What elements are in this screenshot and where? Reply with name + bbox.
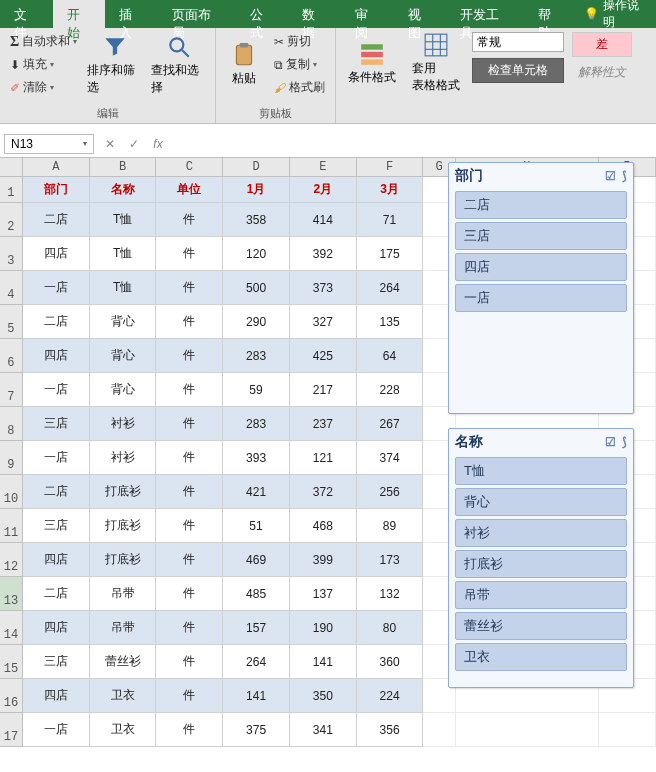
table-cell[interactable]: 四店	[23, 611, 90, 645]
confirm-formula-button[interactable]: ✓	[122, 137, 146, 151]
cut-button[interactable]: ✂剪切	[272, 32, 327, 51]
slicer-item[interactable]: 四店	[455, 253, 627, 281]
tab-file[interactable]: 文件	[0, 0, 53, 28]
table-cell[interactable]: 一店	[23, 373, 90, 407]
slicer-department[interactable]: 部门 ☑ ⟆ 二店三店四店一店	[448, 162, 634, 414]
col-header-C[interactable]: C	[156, 158, 223, 176]
table-cell[interactable]: 341	[290, 713, 357, 747]
table-cell[interactable]: 吊带	[90, 577, 157, 611]
number-format-dropdown[interactable]	[472, 32, 564, 52]
col-header-A[interactable]: A	[23, 158, 90, 176]
table-cell[interactable]: 件	[156, 645, 223, 679]
table-cell[interactable]: 件	[156, 713, 223, 747]
table-cell[interactable]: 71	[357, 203, 424, 237]
slicer-item[interactable]: 二店	[455, 191, 627, 219]
table-cell[interactable]: 485	[223, 577, 290, 611]
table-cell[interactable]: 372	[290, 475, 357, 509]
table-cell[interactable]: 89	[357, 509, 424, 543]
table-cell[interactable]: T恤	[90, 237, 157, 271]
select-all-corner[interactable]	[0, 158, 23, 176]
table-cell[interactable]: 80	[357, 611, 424, 645]
table-cell[interactable]: 414	[290, 203, 357, 237]
table-cell[interactable]: 373	[290, 271, 357, 305]
formula-input[interactable]	[170, 134, 656, 154]
style-check-cell[interactable]: 检查单元格	[472, 58, 564, 83]
clear-filter-icon[interactable]: ⟆	[622, 169, 627, 183]
table-cell[interactable]: 件	[156, 305, 223, 339]
row-header[interactable]: 16	[0, 679, 23, 713]
table-cell[interactable]: T恤	[90, 203, 157, 237]
table-cell[interactable]: 135	[357, 305, 424, 339]
table-cell[interactable]: 173	[357, 543, 424, 577]
table-cell[interactable]: 四店	[23, 237, 90, 271]
row-header[interactable]: 9	[0, 441, 23, 475]
row-header[interactable]: 2	[0, 203, 23, 237]
table-cell[interactable]: 打底衫	[90, 543, 157, 577]
table-cell[interactable]: 190	[290, 611, 357, 645]
row-header[interactable]: 14	[0, 611, 23, 645]
table-cell[interactable]: 打底衫	[90, 509, 157, 543]
table-cell[interactable]: 卫衣	[90, 679, 157, 713]
row-header[interactable]: 12	[0, 543, 23, 577]
table-cell[interactable]: 374	[357, 441, 424, 475]
conditional-format-button[interactable]: 条件格式	[344, 32, 400, 94]
table-cell[interactable]: 背心	[90, 339, 157, 373]
col-header-D[interactable]: D	[223, 158, 290, 176]
table-cell[interactable]: 132	[357, 577, 424, 611]
copy-button[interactable]: ⧉复制▾	[272, 55, 327, 74]
table-cell[interactable]: 件	[156, 373, 223, 407]
multiselect-icon[interactable]: ☑	[605, 169, 616, 183]
multiselect-icon[interactable]: ☑	[605, 435, 616, 449]
clear-button[interactable]: ✐清除▾	[8, 78, 79, 97]
table-cell[interactable]: 四店	[23, 339, 90, 373]
table-cell[interactable]: 一店	[23, 713, 90, 747]
table-cell[interactable]: 三店	[23, 407, 90, 441]
row-header[interactable]: 7	[0, 373, 23, 407]
table-cell[interactable]: 137	[290, 577, 357, 611]
empty-cell[interactable]	[599, 713, 656, 747]
row-header[interactable]: 10	[0, 475, 23, 509]
table-cell[interactable]: 件	[156, 407, 223, 441]
table-cell[interactable]: 468	[290, 509, 357, 543]
table-cell[interactable]: 件	[156, 271, 223, 305]
row-header[interactable]: 15	[0, 645, 23, 679]
col-header-B[interactable]: B	[90, 158, 157, 176]
table-cell[interactable]: 256	[357, 475, 424, 509]
table-cell[interactable]: 三店	[23, 645, 90, 679]
table-cell[interactable]: 一店	[23, 271, 90, 305]
tab-data[interactable]: 数据	[288, 0, 341, 28]
table-cell[interactable]: 1月	[223, 177, 290, 203]
table-cell[interactable]: 衬衫	[90, 407, 157, 441]
slicer-item[interactable]: 一店	[455, 284, 627, 312]
table-cell[interactable]: 375	[223, 713, 290, 747]
tab-developer[interactable]: 开发工具	[446, 0, 523, 28]
table-cell[interactable]: 打底衫	[90, 475, 157, 509]
format-painter-button[interactable]: 🖌格式刷	[272, 78, 327, 97]
paste-button[interactable]: 粘贴	[224, 32, 264, 97]
row-header[interactable]: 1	[0, 177, 23, 203]
table-cell[interactable]: 蕾丝衫	[90, 645, 157, 679]
style-explanatory[interactable]: 解释性文	[572, 61, 632, 84]
slicer-item[interactable]: 蕾丝衫	[455, 612, 627, 640]
table-cell[interactable]: 件	[156, 441, 223, 475]
table-cell[interactable]: 背心	[90, 373, 157, 407]
cancel-formula-button[interactable]: ✕	[98, 137, 122, 151]
table-cell[interactable]: 二店	[23, 475, 90, 509]
table-cell[interactable]: 356	[357, 713, 424, 747]
table-format-button[interactable]: 套用 表格格式	[408, 32, 464, 94]
slicer-item[interactable]: 三店	[455, 222, 627, 250]
slicer-item[interactable]: 衬衫	[455, 519, 627, 547]
table-cell[interactable]: 327	[290, 305, 357, 339]
table-cell[interactable]: 393	[223, 441, 290, 475]
table-cell[interactable]: 469	[223, 543, 290, 577]
table-cell[interactable]: 283	[223, 339, 290, 373]
empty-cell[interactable]	[456, 713, 599, 747]
table-cell[interactable]: 59	[223, 373, 290, 407]
row-header[interactable]: 5	[0, 305, 23, 339]
table-cell[interactable]: 件	[156, 475, 223, 509]
tab-home[interactable]: 开始	[53, 0, 106, 28]
table-cell[interactable]: 121	[290, 441, 357, 475]
table-cell[interactable]: 425	[290, 339, 357, 373]
find-select-button[interactable]: 查找和选择	[151, 32, 207, 97]
table-cell[interactable]: 51	[223, 509, 290, 543]
